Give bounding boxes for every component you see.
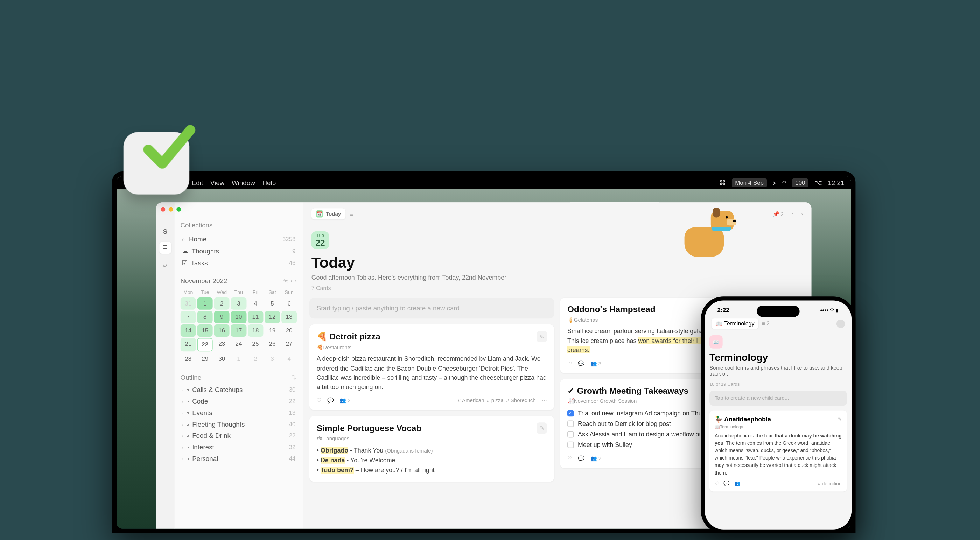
card-vocab[interactable]: Simple Portuguese Vocab ✎ 🗺 Languages • … [309, 416, 554, 481]
checkbox-icon[interactable] [567, 410, 574, 416]
tag[interactable]: # pizza [487, 397, 504, 403]
calendar-day[interactable]: 2 [214, 297, 230, 310]
heart-icon[interactable]: ♡ [567, 360, 572, 367]
calendar-day[interactable]: 8 [197, 311, 213, 323]
bluetooth-icon[interactable]: ᚛ [773, 179, 776, 187]
card-parent[interactable]: 🗺 Languages [317, 436, 547, 442]
phone-card[interactable]: 🦆 Anatidaephobia ✎ 📖Terminology Anatidae… [710, 410, 847, 491]
calendar-day[interactable]: 11 [248, 311, 263, 323]
members-count[interactable]: 👥 3 [590, 360, 601, 367]
calendar-day[interactable]: 30 [214, 353, 230, 365]
calendar-day[interactable]: 29 [197, 353, 213, 365]
logo-icon[interactable]: S [159, 226, 171, 237]
calendar-day[interactable]: 21 [181, 338, 196, 352]
calendar-day[interactable]: 12 [265, 311, 280, 323]
calendar-sun-icon[interactable]: ☀ [283, 277, 289, 285]
calendar-day[interactable]: 7 [181, 311, 196, 323]
calendar-day[interactable]: 18 [248, 324, 263, 337]
checkbox-icon[interactable] [567, 420, 574, 427]
window-traffic-lights[interactable] [161, 207, 181, 212]
calendar-day[interactable]: 1 [231, 353, 247, 365]
outline-item[interactable]: ›▫Interest32 [181, 442, 297, 453]
phone-new-card-input[interactable]: Tap to create a new child card... [710, 391, 847, 406]
menubar-time[interactable]: 12:21 [828, 179, 844, 187]
calendar-day[interactable]: 24 [231, 338, 247, 352]
outline-item[interactable]: ›▫Events13 [181, 407, 297, 419]
nav-prev-icon[interactable]: ‹ [791, 211, 793, 217]
calendar-day[interactable]: 13 [282, 311, 297, 323]
calendar-day[interactable]: 31 [181, 297, 196, 310]
calendar-day[interactable]: 25 [248, 338, 263, 352]
comment-icon[interactable]: 💬 [578, 455, 584, 462]
phone-card-parent[interactable]: 📖Terminology [715, 424, 842, 429]
calendar-next-icon[interactable]: › [295, 277, 297, 285]
more-icon[interactable]: ⋯ [542, 397, 547, 403]
today-chip[interactable]: 📅 Today [312, 208, 346, 219]
collection-item[interactable]: ☁Thoughts9 [181, 245, 297, 257]
calendar-day[interactable]: 2 [248, 353, 263, 365]
outline-item[interactable]: ›▫Code22 [181, 395, 297, 407]
card-detroit[interactable]: 🍕 Detroit pizza ✎ 🍕Restaurants A deep-di… [309, 324, 554, 410]
battery-indicator[interactable]: 100 [792, 178, 808, 187]
card-parent[interactable]: 🍕Restaurants [317, 345, 547, 351]
outline-item[interactable]: ›▫Food & Drink22 [181, 430, 297, 442]
calendar-day[interactable]: 15 [197, 324, 213, 337]
calendar-day[interactable]: 19 [265, 324, 280, 337]
calendar-day[interactable]: 6 [282, 297, 297, 310]
calendar-day[interactable]: 28 [181, 353, 196, 365]
calendar-day[interactable]: 10 [231, 311, 247, 323]
minimize-icon[interactable] [169, 207, 173, 212]
phone-crumb-chip[interactable]: 📖 Terminology [711, 318, 759, 329]
calendar-day[interactable]: 14 [181, 324, 196, 337]
members-count[interactable]: 👥 2 [339, 397, 350, 403]
shortcut-icon[interactable]: ⌘ [719, 179, 726, 187]
heart-icon[interactable]: ♡ [317, 397, 321, 403]
menu-window[interactable]: Window [232, 179, 255, 187]
control-center-icon[interactable]: ⌥ [815, 179, 822, 187]
rail-search-icon[interactable]: ⌕ [159, 258, 171, 270]
collection-item[interactable]: ☑Tasks46 [181, 257, 297, 269]
menu-help[interactable]: Help [262, 179, 276, 187]
calendar-prev-icon[interactable]: ‹ [291, 277, 293, 285]
calendar-day[interactable]: 1 [197, 297, 213, 310]
calendar-day[interactable]: 22 [197, 338, 213, 352]
calendar-day[interactable]: 9 [214, 311, 230, 323]
edit-icon[interactable]: ✎ [537, 422, 547, 434]
wifi-icon[interactable]: ⌔ [782, 179, 786, 187]
menu-view[interactable]: View [210, 179, 224, 187]
edit-icon[interactable]: ✎ [838, 416, 842, 422]
calendar-day[interactable]: 4 [248, 297, 263, 310]
checkbox-icon[interactable] [567, 441, 574, 448]
calendar-day[interactable]: 3 [265, 353, 280, 365]
filter-icon[interactable]: ≡ 2 [762, 320, 770, 327]
avatar[interactable] [837, 319, 845, 328]
collection-item[interactable]: ⌂Home3258 [181, 234, 297, 245]
outline-item[interactable]: ›▫Personal44 [181, 453, 297, 465]
members-count[interactable]: 👥 2 [590, 455, 601, 462]
comment-icon[interactable]: 💬 [327, 397, 334, 403]
checkbox-icon[interactable] [567, 431, 574, 437]
calendar-day[interactable]: 16 [214, 324, 230, 337]
tag[interactable]: # American [458, 397, 484, 403]
calendar-day[interactable]: 4 [282, 353, 297, 365]
tag[interactable]: # definition [818, 481, 842, 486]
nav-next-icon[interactable]: › [801, 211, 803, 217]
close-icon[interactable] [161, 207, 165, 212]
pin-count[interactable]: 📌 2 [773, 211, 784, 217]
comment-icon[interactable]: 💬 [724, 481, 730, 486]
menubar-date[interactable]: Mon 4 Sep [732, 178, 767, 187]
outline-item[interactable]: ›▫Calls & Catchups30 [181, 384, 297, 395]
tag[interactable]: # Shoreditch [506, 397, 536, 403]
calendar-day[interactable]: 27 [282, 338, 297, 352]
heart-icon[interactable]: ♡ [715, 481, 719, 486]
calendar-day[interactable]: 17 [231, 324, 247, 337]
members-icon[interactable]: 👥 [734, 481, 741, 486]
outline-sort-icon[interactable]: ⇅ [291, 373, 297, 381]
comment-icon[interactable]: 💬 [578, 360, 584, 367]
outline-item[interactable]: ›▫Fleeting Thoughts40 [181, 419, 297, 430]
new-card-input[interactable]: Start typing / paste anything to create … [309, 298, 554, 318]
fullscreen-icon[interactable] [177, 207, 181, 212]
heart-icon[interactable]: ♡ [567, 455, 572, 462]
calendar-day[interactable]: 26 [265, 338, 280, 352]
rail-list-icon[interactable]: ≣ [159, 242, 171, 254]
